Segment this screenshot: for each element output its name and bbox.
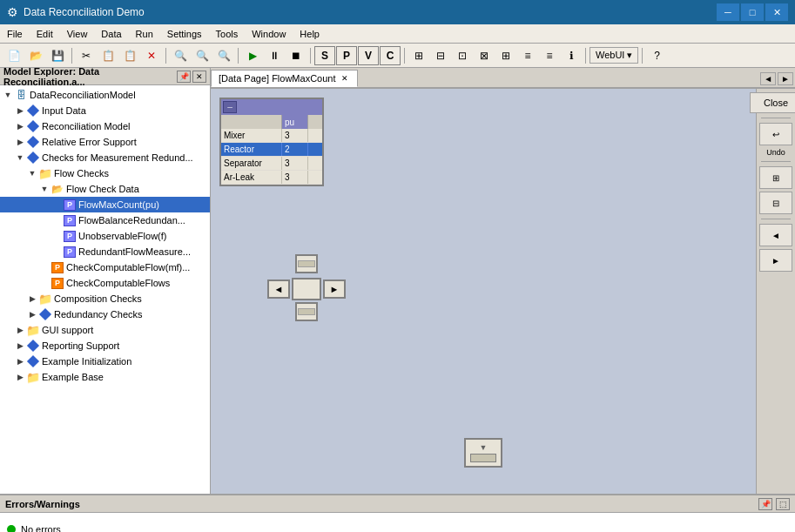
toolbar-grid4[interactable]: ⊠ <box>474 46 495 65</box>
separator-2 <box>165 48 166 64</box>
tree-item-flowchecks[interactable]: ▼ 📁 Flow Checks <box>0 165 210 181</box>
tree-item-recon[interactable]: ▶ Reconciliation Model <box>0 118 210 134</box>
expand-root[interactable]: ▼ <box>2 89 14 101</box>
close-button[interactable]: ✕ <box>765 3 788 21</box>
toolbar-cut[interactable]: ✂ <box>76 46 97 65</box>
toolbar-find1[interactable]: 🔍 <box>170 46 191 65</box>
table-row-arleak[interactable]: Ar-Leak 3 <box>221 171 322 185</box>
toolbar-grid1[interactable]: ⊞ <box>408 46 429 65</box>
toolbar-copy[interactable]: 📋 <box>98 46 118 65</box>
toolbar-s[interactable]: S <box>314 46 335 65</box>
expand-guisupport[interactable]: ▶ <box>14 324 26 336</box>
separator-7 <box>642 48 643 64</box>
tree-item-reporting[interactable]: ▶ Reporting Support <box>0 338 210 354</box>
toolbar-grid5[interactable]: ⊞ <box>495 46 516 65</box>
expand-flowchecks[interactable]: ▼ <box>26 167 38 179</box>
menu-edit[interactable]: Edit <box>30 24 60 43</box>
icon-redchecks <box>38 307 52 321</box>
expand-flowcheckdata[interactable]: ▼ <box>38 183 51 195</box>
toolbar-stop[interactable]: ⏹ <box>286 46 307 65</box>
expand-relerr[interactable]: ▶ <box>14 136 26 148</box>
toolbar-v[interactable]: V <box>358 46 379 65</box>
toolbar-pause[interactable]: ⏸ <box>264 46 285 65</box>
nav-left-btn[interactable]: ◄ <box>267 279 290 299</box>
menu-run[interactable]: Run <box>129 24 160 43</box>
side-btn-2[interactable]: ⊟ <box>759 192 792 214</box>
panel-close-btn[interactable]: ✕ <box>192 71 206 83</box>
table-collapse-btn[interactable]: ─ <box>223 101 237 113</box>
expand-input[interactable]: ▶ <box>14 104 26 117</box>
tree-item-redchecks[interactable]: ▶ Redundancy Checks <box>0 306 210 322</box>
toolbar-paste[interactable]: 📋 <box>119 46 140 65</box>
toolbar-grid7[interactable]: ≡ <box>539 46 560 65</box>
nav-down-btn[interactable] <box>295 302 318 321</box>
tree-item-input[interactable]: ▶ Input Data <box>0 103 210 118</box>
nav-right-btn[interactable]: ► <box>323 279 346 299</box>
table-row-mixer[interactable]: Mixer 3 <box>221 129 322 143</box>
expand-recon[interactable]: ▶ <box>14 120 26 132</box>
tree-item-flowmax[interactable]: P FlowMaxCount(pu) <box>0 197 210 212</box>
tab-nav-next[interactable]: ► <box>778 72 793 85</box>
tree-item-redund[interactable]: P RedundantFlowMeasure... <box>0 244 210 259</box>
side-arrow-left[interactable]: ◄ <box>759 224 792 246</box>
menu-tools[interactable]: Tools <box>209 24 246 43</box>
expand-checks[interactable]: ▼ <box>14 152 26 164</box>
toolbar-play[interactable]: ▶ <box>242 46 263 65</box>
panel-title: Model Explorer: Data Reconciliation.a... <box>3 66 177 87</box>
table-row-reactor[interactable]: Reactor 2 <box>221 143 322 157</box>
menu-help[interactable]: Help <box>293 24 327 43</box>
tree-item-examplebase[interactable]: ▶ 📁 Example Base <box>0 369 210 385</box>
toolbar-find3[interactable]: 🔍 <box>213 46 234 65</box>
toolbar-info[interactable]: ℹ <box>561 46 582 65</box>
toolbar-grid3[interactable]: ⊡ <box>452 46 473 65</box>
menu-file[interactable]: File <box>0 24 30 43</box>
side-arrow-right[interactable]: ► <box>759 249 792 272</box>
tree-item-guisupport[interactable]: ▶ 📁 GUI support <box>0 322 210 338</box>
webui-dropdown[interactable]: WebUI ▾ <box>590 47 638 64</box>
tab-nav-prev[interactable]: ◄ <box>760 72 776 85</box>
expand-examplebase[interactable]: ▶ <box>14 371 26 383</box>
errors-pin-btn[interactable]: 📌 <box>758 498 772 510</box>
scroll-box[interactable]: ▼ <box>464 438 502 468</box>
side-btn-1[interactable]: ⊞ <box>759 166 792 189</box>
tree-item-flowcheckdata[interactable]: ▼ 📂 Flow Check Data <box>0 181 210 197</box>
toolbar-grid6[interactable]: ≡ <box>517 46 538 65</box>
tree-item-checkflows[interactable]: P CheckComputableFlows <box>0 275 210 291</box>
icon-guisupport: 📁 <box>26 323 40 337</box>
menu-view[interactable]: View <box>60 24 95 43</box>
toolbar-c[interactable]: C <box>380 46 401 65</box>
toolbar-save[interactable]: 💾 <box>47 46 68 65</box>
tree-item-unobs[interactable]: P UnobservableFlow(f) <box>0 228 210 244</box>
tab-close-btn[interactable]: ✕ <box>340 73 350 84</box>
toolbar-grid2[interactable]: ⊟ <box>430 46 451 65</box>
toolbar-new[interactable]: 📄 <box>3 46 24 65</box>
expand-example[interactable]: ▶ <box>14 355 26 367</box>
maximize-button[interactable]: □ <box>741 3 764 21</box>
nav-up-btn[interactable] <box>295 254 318 273</box>
toolbar-delete[interactable]: ✕ <box>141 46 162 65</box>
toolbar-find2[interactable]: 🔍 <box>192 46 212 65</box>
expand-reporting[interactable]: ▶ <box>14 340 26 352</box>
tab-datapage[interactable]: [Data Page] FlowMaxCount ✕ <box>211 70 358 87</box>
tree-item-checkcomp[interactable]: P CheckComputableFlow(mf)... <box>0 259 210 275</box>
tree-item-example[interactable]: ▶ Example Initialization <box>0 354 210 369</box>
minimize-button[interactable]: ─ <box>717 3 739 21</box>
errors-float-btn[interactable]: ⬚ <box>776 498 790 510</box>
menu-data[interactable]: Data <box>94 24 128 43</box>
tree-item-flowbal[interactable]: P FlowBalanceRedundan... <box>0 212 210 228</box>
undo-button[interactable]: ↩ <box>759 123 792 145</box>
close-button[interactable]: Close <box>750 92 795 113</box>
menu-window[interactable]: Window <box>245 24 293 43</box>
expand-compchecks[interactable]: ▶ <box>26 293 38 305</box>
tree-item-relerr[interactable]: ▶ Relative Error Support <box>0 134 210 150</box>
toolbar-p[interactable]: P <box>336 46 357 65</box>
table-row-separator[interactable]: Separator 3 <box>221 157 322 171</box>
toolbar-open[interactable]: 📂 <box>25 46 46 65</box>
panel-pin-btn[interactable]: 📌 <box>177 71 191 83</box>
menu-settings[interactable]: Settings <box>160 24 209 43</box>
tree-item-compchecks[interactable]: ▶ 📁 Composition Checks <box>0 291 210 306</box>
expand-redchecks[interactable]: ▶ <box>26 308 38 320</box>
toolbar-help[interactable]: ? <box>646 46 667 65</box>
tree-item-checks[interactable]: ▼ Checks for Measurement Redund... <box>0 150 210 165</box>
tree-item-root[interactable]: ▼ 🗄 DataReconciliationModel <box>0 87 210 103</box>
